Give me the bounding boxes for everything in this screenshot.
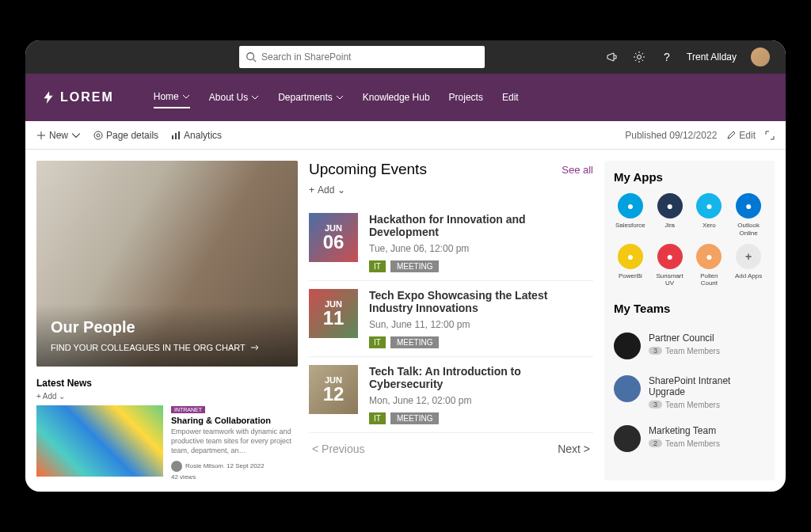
event-tag: IT bbox=[369, 260, 386, 272]
chevron-down-icon bbox=[71, 131, 81, 140]
nav-knowledge[interactable]: Knowledge Hub bbox=[363, 86, 430, 108]
app-icon: ● bbox=[696, 193, 722, 218]
page-details-button[interactable]: Page details bbox=[93, 130, 158, 141]
team-members: 3Team Members bbox=[649, 347, 765, 355]
news-description: Empower teamwork with dynamic and produc… bbox=[171, 428, 298, 455]
events-add-button[interactable]: + Add ⌄ bbox=[309, 184, 593, 196]
command-bar: New Page details Analytics Published 09/… bbox=[25, 121, 786, 150]
pencil-icon bbox=[726, 131, 736, 140]
my-apps-title: My Apps bbox=[614, 170, 765, 184]
app-item[interactable]: ●Outlook Online bbox=[732, 193, 765, 237]
hero-title: Our People bbox=[51, 318, 284, 336]
event-time: Mon, June 12, 02:00 pm bbox=[369, 395, 593, 406]
news-author: Rosie Milsom 12 Sept 2022 bbox=[171, 461, 298, 472]
hero-card[interactable]: Our People FIND YOUR COLLEAGUES IN THE O… bbox=[36, 161, 298, 367]
published-date: Published 09/12/2022 bbox=[625, 130, 717, 141]
team-icon bbox=[614, 425, 641, 452]
team-name: Marketing Team bbox=[649, 425, 765, 436]
app-item[interactable]: ●PowerBi bbox=[614, 244, 647, 287]
team-members: 3Team Members bbox=[649, 401, 765, 409]
event-tag: MEETING bbox=[390, 412, 440, 424]
team-name: Partner Council bbox=[649, 332, 765, 344]
app-item[interactable]: ●Salesforce bbox=[614, 193, 647, 237]
event-item[interactable]: JUN12 Tech Talk: An Introduction to Cybe… bbox=[309, 357, 593, 433]
app-label: Add Apps bbox=[732, 272, 765, 280]
event-date-badge: JUN11 bbox=[309, 289, 358, 338]
app-icon: ● bbox=[618, 193, 643, 218]
my-teams-title: My Teams bbox=[614, 302, 765, 315]
app-label: Salesforce bbox=[614, 222, 647, 230]
arrow-right-icon bbox=[250, 343, 260, 352]
event-tag: IT bbox=[369, 336, 386, 348]
help-icon[interactable]: ? bbox=[660, 51, 672, 63]
chevron-down-icon bbox=[182, 93, 190, 101]
svg-rect-7 bbox=[175, 133, 177, 139]
event-item[interactable]: JUN06 Hackathon for Innovation and Devel… bbox=[309, 205, 593, 281]
username[interactable]: Trent Allday bbox=[687, 51, 737, 63]
news-title: Sharing & Collaboration bbox=[171, 416, 298, 425]
app-icon: ● bbox=[736, 193, 761, 218]
nav-projects[interactable]: Projects bbox=[449, 86, 483, 108]
app-icon: ● bbox=[657, 244, 683, 269]
suite-header: ? Trent Allday bbox=[25, 40, 786, 74]
team-item[interactable]: SharePoint Intranet Upgrade3Team Members bbox=[614, 367, 765, 417]
app-label: Pollen Count bbox=[693, 272, 726, 287]
app-item[interactable]: ●Jira bbox=[653, 193, 687, 237]
analytics-button[interactable]: Analytics bbox=[171, 130, 222, 141]
event-name: Tech Expo Showcasing the Latest Industry… bbox=[369, 289, 593, 314]
events-title: Upcoming Events bbox=[309, 161, 427, 178]
nav-departments[interactable]: Departments bbox=[278, 86, 344, 108]
nav-about[interactable]: About Us bbox=[209, 86, 259, 108]
see-all-link[interactable]: See all bbox=[562, 164, 593, 176]
app-icon: ● bbox=[657, 193, 683, 218]
previous-button[interactable]: < Previous bbox=[312, 443, 365, 455]
new-button[interactable]: New bbox=[36, 130, 81, 141]
svg-point-4 bbox=[97, 134, 100, 137]
nav-home[interactable]: Home bbox=[154, 86, 190, 108]
search-input[interactable] bbox=[261, 51, 478, 63]
avatar[interactable] bbox=[751, 48, 770, 66]
chart-icon bbox=[171, 131, 181, 140]
next-button[interactable]: Next > bbox=[558, 443, 590, 455]
team-item[interactable]: Partner Council3Team Members bbox=[614, 325, 765, 367]
event-date-badge: JUN12 bbox=[309, 365, 358, 414]
svg-text:?: ? bbox=[664, 51, 670, 63]
hero-subtitle: FIND YOUR COLLEAGUES IN THE ORG CHART bbox=[51, 343, 284, 352]
event-name: Tech Talk: An Introduction to Cybersecur… bbox=[369, 365, 593, 390]
app-item[interactable]: ●Sunsmart UV bbox=[653, 244, 687, 287]
news-item[interactable]: INTRANET Sharing & Collaboration Empower… bbox=[36, 405, 298, 480]
svg-line-1 bbox=[253, 59, 257, 63]
app-label: Outlook Online bbox=[732, 222, 765, 237]
event-time: Sun, June 11, 12:00 pm bbox=[369, 319, 593, 330]
bolt-icon bbox=[41, 90, 55, 104]
chevron-down-icon bbox=[251, 93, 259, 101]
app-label: PowerBi bbox=[614, 272, 647, 280]
gear-icon[interactable] bbox=[633, 51, 645, 63]
news-add-button[interactable]: + Add ⌄ bbox=[36, 392, 298, 401]
app-icon: ● bbox=[618, 244, 643, 269]
event-name: Hackathon for Innovation and Development bbox=[369, 213, 593, 238]
expand-icon[interactable] bbox=[765, 131, 775, 140]
app-item[interactable]: ●Xero bbox=[693, 193, 726, 237]
team-icon bbox=[614, 332, 641, 359]
team-item[interactable]: Marketing Team2Team Members bbox=[614, 417, 765, 460]
news-thumbnail bbox=[36, 405, 163, 477]
svg-point-2 bbox=[638, 55, 642, 59]
event-date-badge: JUN06 bbox=[309, 213, 358, 262]
team-members: 2Team Members bbox=[649, 439, 765, 448]
svg-rect-8 bbox=[178, 131, 180, 139]
megaphone-icon[interactable] bbox=[606, 51, 619, 63]
site-logo[interactable]: LOREM bbox=[41, 90, 114, 104]
team-name: SharePoint Intranet Upgrade bbox=[649, 375, 765, 397]
nav-edit[interactable]: Edit bbox=[502, 86, 519, 108]
news-tag: INTRANET bbox=[171, 406, 205, 413]
svg-point-5 bbox=[94, 131, 102, 139]
app-label: Jira bbox=[653, 222, 687, 230]
app-item[interactable]: +Add Apps bbox=[732, 244, 765, 287]
app-item[interactable]: ●Pollen Count bbox=[693, 244, 726, 287]
edit-button[interactable]: Edit bbox=[726, 130, 756, 141]
team-icon bbox=[614, 375, 641, 402]
app-icon: ● bbox=[696, 244, 722, 269]
search-box[interactable] bbox=[239, 46, 485, 68]
event-item[interactable]: JUN11 Tech Expo Showcasing the Latest In… bbox=[309, 281, 593, 357]
